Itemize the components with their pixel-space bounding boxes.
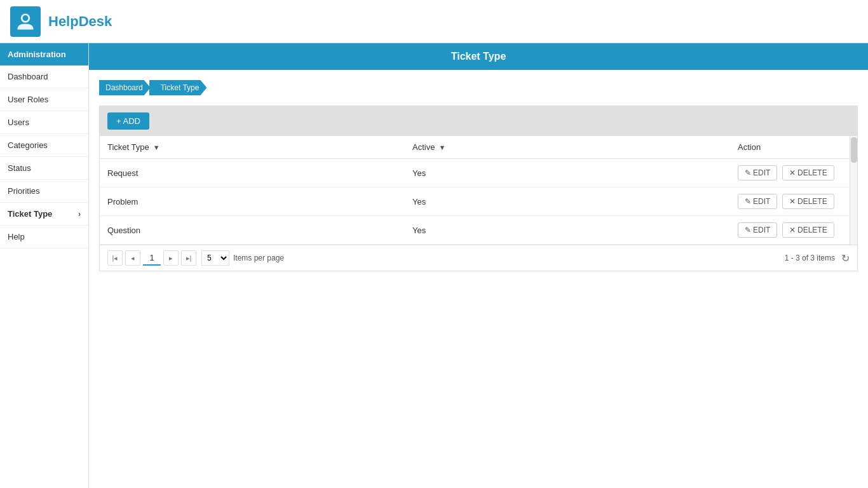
delete-label: DELETE	[797, 168, 827, 177]
last-page-button[interactable]: ▸|	[181, 250, 196, 266]
breadcrumb-ticket-type[interactable]: Ticket Type	[149, 80, 207, 95]
main-layout: Administration Dashboard User Roles User…	[0, 43, 868, 488]
prev-page-button[interactable]: ◂	[125, 250, 140, 266]
sidebar-item-label: Ticket Type	[8, 209, 52, 219]
pagination-bar: |◂ ◂ ▸ ▸| 5 10 25 50 Items per page	[100, 245, 857, 271]
main-content: Ticket Type Dashboard Ticket Type + ADD	[89, 43, 868, 488]
pencil-icon: ✎	[745, 197, 751, 206]
row-active: Yes	[405, 159, 730, 187]
table-row: Request Yes ✎ EDIT ✕ DELETE	[100, 159, 857, 187]
scrollbar-thumb	[851, 137, 857, 163]
sidebar-item-priorities[interactable]: Priorities	[0, 180, 88, 203]
row-ticket-type: Problem	[100, 187, 405, 216]
sidebar: Administration Dashboard User Roles User…	[0, 43, 89, 488]
items-per-page-label: Items per page	[233, 254, 284, 262]
filter-active-icon[interactable]: ▼	[438, 144, 445, 151]
next-page-button[interactable]: ▸	[163, 250, 179, 266]
sidebar-item-dashboard[interactable]: Dashboard	[0, 65, 88, 88]
first-page-button[interactable]: |◂	[107, 250, 123, 266]
pencil-icon: ✎	[745, 226, 751, 234]
delete-button-1[interactable]: ✕ DELETE	[782, 194, 834, 209]
breadcrumb-dashboard-label: Dashboard	[105, 83, 143, 92]
edit-button-0[interactable]: ✎ EDIT	[738, 165, 777, 180]
items-count-label: 1 - 3 of 3 items	[785, 254, 835, 262]
app-logo	[10, 6, 41, 37]
edit-label: EDIT	[753, 168, 770, 177]
refresh-button[interactable]: ↻	[841, 252, 850, 264]
delete-label: DELETE	[797, 226, 827, 234]
pencil-icon: ✎	[745, 168, 751, 177]
th-ticket-type: Ticket Type ▼	[100, 136, 405, 159]
sidebar-section-label: Administration	[0, 43, 88, 65]
sidebar-item-label: Users	[8, 118, 29, 127]
breadcrumb-ticket-type-label: Ticket Type	[161, 83, 200, 92]
app-header: HelpDesk	[0, 0, 868, 43]
sidebar-item-label: Status	[8, 163, 31, 173]
breadcrumb: Dashboard Ticket Type	[99, 80, 858, 95]
delete-button-0[interactable]: ✕ DELETE	[782, 165, 834, 180]
row-ticket-type: Question	[100, 216, 405, 245]
th-active: Active ▼	[405, 136, 730, 159]
per-page-select[interactable]: 5 10 25 50	[201, 250, 229, 266]
x-icon: ✕	[789, 197, 796, 206]
sidebar-item-categories[interactable]: Categories	[0, 134, 88, 157]
sidebar-item-user-roles[interactable]: User Roles	[0, 88, 88, 111]
sidebar-item-ticket-type[interactable]: Ticket Type ›	[0, 203, 88, 226]
filter-ticket-type-icon[interactable]: ▼	[153, 144, 160, 151]
items-per-page-control: 5 10 25 50 Items per page	[201, 250, 284, 266]
data-table-container: + ADD Ticket Type ▼	[99, 105, 858, 271]
svg-point-1	[23, 15, 29, 21]
add-button[interactable]: + ADD	[107, 112, 149, 130]
breadcrumb-dashboard[interactable]: Dashboard	[99, 80, 151, 95]
th-action: Action	[730, 136, 857, 159]
row-actions: ✎ EDIT ✕ DELETE	[730, 187, 857, 216]
th-action-label: Action	[738, 142, 761, 152]
row-active: Yes	[405, 216, 730, 245]
row-actions: ✎ EDIT ✕ DELETE	[730, 159, 857, 187]
th-active-label: Active	[412, 142, 435, 152]
sidebar-item-help[interactable]: Help	[0, 226, 88, 248]
table-scrollbar[interactable]	[850, 136, 857, 245]
page-title: Ticket Type	[89, 43, 868, 70]
toolbar: + ADD	[100, 106, 857, 136]
row-actions: ✎ EDIT ✕ DELETE	[730, 216, 857, 245]
table-header-row: Ticket Type ▼ Active ▼	[100, 136, 857, 159]
edit-label: EDIT	[753, 197, 770, 206]
sidebar-item-users[interactable]: Users	[0, 111, 88, 134]
edit-button-1[interactable]: ✎ EDIT	[738, 194, 777, 209]
table-row: Question Yes ✎ EDIT ✕ DELETE	[100, 216, 857, 245]
sidebar-item-label: Dashboard	[8, 72, 48, 81]
sidebar-item-label: Categories	[8, 140, 48, 150]
sidebar-item-label: Help	[8, 232, 25, 241]
sidebar-item-label: User Roles	[8, 95, 48, 104]
row-active: Yes	[405, 187, 730, 216]
edit-button-2[interactable]: ✎ EDIT	[738, 222, 777, 238]
table-row: Problem Yes ✎ EDIT ✕ DELETE	[100, 187, 857, 216]
chevron-right-icon: ›	[78, 210, 81, 219]
delete-button-2[interactable]: ✕ DELETE	[782, 222, 834, 238]
sidebar-item-label: Priorities	[8, 186, 40, 196]
row-ticket-type: Request	[100, 159, 405, 187]
current-page-input[interactable]	[143, 250, 161, 266]
x-icon: ✕	[789, 226, 796, 234]
content-area: Dashboard Ticket Type + ADD	[89, 70, 868, 488]
th-ticket-type-label: Ticket Type	[107, 142, 149, 152]
x-icon: ✕	[789, 168, 796, 177]
delete-label: DELETE	[797, 197, 827, 206]
app-title: HelpDesk	[48, 13, 112, 30]
edit-label: EDIT	[753, 226, 770, 234]
sidebar-item-status[interactable]: Status	[0, 157, 88, 180]
ticket-type-table: Ticket Type ▼ Active ▼	[100, 136, 857, 245]
